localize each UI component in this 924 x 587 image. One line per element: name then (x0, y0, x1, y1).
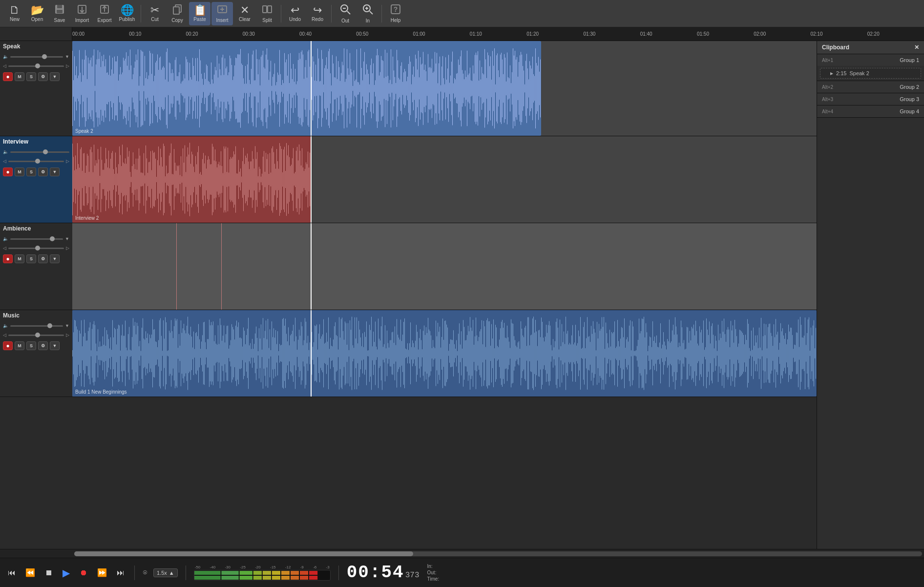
insert-button[interactable]: Insert (211, 2, 233, 25)
cut-button[interactable]: ✂ Cut (144, 2, 166, 25)
mute-btn-speak[interactable]: M (15, 72, 24, 81)
pan-thumb-interview[interactable] (35, 159, 40, 164)
volume-thumb-ambience[interactable] (50, 236, 55, 241)
clipboard-group-header-2[interactable]: Alt+2 Group 2 (817, 81, 924, 93)
zoom-in-button[interactable]: In (357, 2, 378, 25)
clip-interview-2[interactable]: Interview 2 (72, 136, 311, 223)
rewind-start-button[interactable]: ⏮ (6, 566, 18, 579)
clipboard-item-speak2[interactable]: ▶ 2:15 Speak 2 (820, 68, 921, 79)
clipboard-group-header-1[interactable]: Alt+1 Group 1 (817, 54, 924, 66)
pan-track-interview[interactable] (8, 161, 64, 162)
playhead-interview (311, 136, 312, 223)
horizontal-scrollbar[interactable] (74, 551, 922, 556)
record-button[interactable]: ⏺ (78, 566, 89, 579)
track-lane-ambience[interactable] (72, 223, 817, 310)
track-lane-music[interactable]: Build 1 New Beginnings (72, 310, 817, 397)
record-btn-music[interactable]: ● (3, 341, 13, 350)
solo-btn-speak[interactable]: S (26, 72, 36, 81)
pan-track-speak[interactable] (8, 65, 64, 67)
expand-btn-speak[interactable]: ▼ (50, 72, 60, 81)
clipboard-group-header-3[interactable]: Alt+3 Group 3 (817, 93, 924, 105)
zoom-out-button[interactable]: Out (335, 2, 356, 25)
clear-button[interactable]: ✕ Clear (234, 2, 255, 25)
mute-btn-ambience[interactable]: M (15, 254, 24, 263)
settings-btn-music[interactable]: ⚙ (38, 341, 48, 350)
track-lane-interview[interactable]: Interview 2 (72, 136, 817, 223)
stop-button[interactable]: ⏹ (43, 566, 55, 579)
redo-button[interactable]: ↪ Redo (307, 2, 328, 25)
volume-thumb-interview[interactable] (43, 149, 48, 154)
split-icon (262, 4, 273, 17)
save-icon (54, 4, 65, 17)
volume-track-ambience[interactable] (10, 238, 63, 240)
svg-rect-1 (57, 5, 62, 8)
waveform-interview (72, 136, 311, 223)
volume-thumb-music[interactable] (47, 323, 52, 328)
clip-speak-2[interactable]: Speak 2 (72, 41, 541, 136)
scrollbar-area[interactable] (0, 549, 924, 558)
record-btn-interview[interactable]: ● (3, 168, 13, 176)
ruler-mark-0010: 00:10 (129, 31, 141, 37)
timecode: 00:54 (347, 563, 404, 583)
new-button[interactable]: 🗋 New (4, 2, 25, 25)
expand-btn-music[interactable]: ▼ (50, 341, 60, 350)
clip-music-1[interactable]: Build 1 New Beginnings (72, 310, 817, 397)
speed-indicator[interactable]: 1.5x ▲ (153, 568, 178, 577)
play-button[interactable]: ▶ (61, 565, 72, 581)
rewind-button[interactable]: ⏪ (23, 566, 37, 579)
track-lane-speak[interactable]: Speak 2 (72, 41, 817, 136)
settings-btn-speak[interactable]: ⚙ (38, 72, 48, 81)
clipboard-group-3: Alt+3 Group 3 (817, 93, 924, 105)
open-button[interactable]: 📂 Open (26, 2, 48, 25)
track-name-ambience: Ambience (3, 225, 69, 232)
publish-icon: 🌐 (121, 5, 134, 16)
waveform-speak (72, 41, 541, 136)
help-button[interactable]: ? Help (385, 2, 406, 25)
solo-btn-music[interactable]: S (26, 341, 36, 350)
import-button[interactable]: Import (71, 2, 93, 25)
track-controls-music: 🔈 ▼ ◁ ▷ ● M S ⚙ (3, 322, 69, 350)
undo-button[interactable]: ↩ Undo (284, 2, 306, 25)
clipboard-item-time-speak2: 2:15 (836, 70, 846, 76)
pan-track-music[interactable] (8, 335, 64, 336)
solo-btn-interview[interactable]: S (26, 168, 36, 176)
paste-button[interactable]: 📋 Paste (189, 2, 210, 25)
solo-btn-ambience[interactable]: S (26, 254, 36, 263)
pan-thumb-music[interactable] (35, 333, 40, 337)
settings-btn-ambience[interactable]: ⚙ (38, 254, 48, 263)
btn-row-music: ● M S ⚙ ▼ (3, 341, 69, 350)
volume-thumb-speak[interactable] (42, 54, 47, 59)
export-button[interactable]: Export (94, 2, 115, 25)
volume-track-speak[interactable] (10, 56, 63, 58)
split-button[interactable]: Split (256, 2, 278, 25)
volume-track-interview[interactable] (10, 151, 69, 153)
fast-forward-button[interactable]: ⏩ (95, 566, 109, 579)
clipboard-close-icon[interactable]: ✕ (914, 44, 919, 51)
pan-icon-left-music: ◁ (3, 333, 6, 337)
record-btn-speak[interactable]: ● (3, 72, 13, 81)
track-header-interview: Interview 🔈 ◁ ▷ ● M (0, 136, 72, 223)
clipboard-group-name-4: Group 4 (900, 108, 919, 114)
volume-track-music[interactable] (10, 325, 63, 327)
fast-forward-end-button[interactable]: ⏭ (115, 566, 126, 579)
pan-track-ambience[interactable] (8, 248, 64, 249)
scrollbar-thumb[interactable] (74, 551, 413, 556)
clipboard-panel: Clipboard ✕ Alt+1 Group 1 ▶ 2:15 Speak 2… (817, 41, 924, 549)
pan-thumb-speak[interactable] (35, 63, 40, 68)
ruler-mark-0200: 02:00 (754, 31, 766, 37)
transport-sep-2 (186, 566, 186, 580)
expand-btn-interview[interactable]: ▼ (50, 168, 60, 176)
ruler-mark-0030: 00:30 (243, 31, 255, 37)
settings-btn-interview[interactable]: ⚙ (38, 168, 48, 176)
publish-button[interactable]: 🌐 Publish (116, 2, 138, 25)
mute-btn-music[interactable]: M (15, 341, 24, 350)
save-button[interactable]: Save (49, 2, 70, 25)
volume-icon-music: 🔈 (3, 323, 8, 328)
pan-thumb-ambience[interactable] (35, 246, 40, 251)
clipboard-group-header-4[interactable]: Alt+4 Group 4 (817, 105, 924, 117)
record-btn-ambience[interactable]: ● (3, 254, 13, 263)
mute-btn-interview[interactable]: M (15, 168, 24, 176)
copy-button[interactable]: Copy (167, 2, 188, 25)
expand-btn-ambience[interactable]: ▼ (50, 254, 60, 263)
track-header-speak: Speak 🔈 ▼ ◁ ▷ ● M (0, 41, 72, 136)
